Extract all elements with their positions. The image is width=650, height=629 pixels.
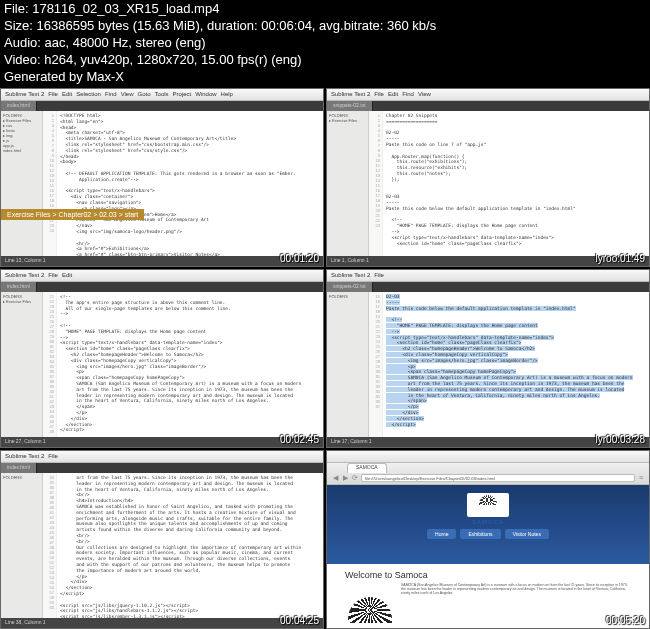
sidebar-item[interactable]: ▸ Exercise Files [329, 118, 366, 123]
sidebar-item[interactable]: index.html [3, 148, 40, 153]
sidebar-item[interactable]: ▸ Exercise Files [3, 299, 40, 304]
thumb-6-browser: SAMOCA ◀ ▶ ⟳ file:///Users/xangelico/Des… [326, 450, 650, 629]
thumb-1: Sublime Text 2 File Edit Selection Find … [0, 88, 324, 267]
menubar[interactable]: Sublime Text 2 File Edit Find View [327, 89, 649, 101]
file-sidebar[interactable]: FOLDERS [1, 473, 43, 618]
code-editor[interactable]: <!-- The app's entire page structure is … [57, 292, 323, 437]
hero-image-icon [345, 583, 395, 623]
menubar[interactable]: Sublime Text 2 File [327, 270, 649, 282]
tab-bar: snippets-02.txt [327, 101, 649, 111]
menu-edit[interactable]: Edit [62, 272, 72, 279]
menubar[interactable]: Sublime Text 2 File [1, 451, 323, 463]
editor-tab[interactable]: index.html [1, 463, 37, 473]
menubar[interactable]: Sublime Text 2 File Edit Selection Find … [1, 89, 323, 101]
file-line: File: 178116_02_03_XR15_load.mp4 [4, 0, 436, 17]
timecode: 00:05:20 [606, 615, 645, 626]
sidebar-heading: FOLDERS [329, 294, 366, 299]
menu-tools[interactable]: Tools [155, 91, 169, 98]
code-editor[interactable]: art from the last 75 years. Since its in… [57, 473, 323, 618]
app-name: Sublime Text 2 [5, 453, 44, 460]
menu-file[interactable]: File [48, 91, 58, 98]
welcome-heading: Welcome to Samoca [345, 570, 631, 580]
url-field[interactable]: file:///Users/xangelico/Desktop/Exercise… [361, 474, 635, 482]
back-icon[interactable]: ◀ [331, 474, 339, 482]
menu-edit[interactable]: Edit [388, 91, 398, 98]
forward-icon[interactable]: ▶ [341, 474, 349, 482]
menu-file[interactable]: File [48, 453, 58, 460]
file-sidebar[interactable]: FOLDERS ▸ Exercise Files [1, 292, 43, 437]
menu-window[interactable]: Window [195, 91, 216, 98]
samoca-logo-text: SAMOCA [327, 519, 649, 525]
media-info-overlay: File: 178116_02_03_XR15_load.mp4 Size: 1… [4, 0, 436, 85]
menu-find[interactable]: Find [105, 91, 117, 98]
timecode: lyroo:01:49 [596, 253, 645, 264]
code-editor[interactable]: <!DOCTYPE html> <html lang="en"> <head> … [57, 111, 323, 256]
browser-chrome: SAMOCA ◀ ▶ ⟳ file:///Users/xangelico/Des… [327, 463, 649, 485]
thumb-5: Sublime Text 2 File index.html FOLDERS 3… [0, 450, 324, 629]
editor-tab[interactable]: snippets-02.txt [327, 282, 373, 292]
tab-bar: index.html [1, 282, 323, 292]
menubar[interactable]: Sublime Text 2 File Edit [1, 270, 323, 282]
menubar[interactable] [327, 451, 649, 463]
tab-bar: snippets-02.txt [327, 282, 649, 292]
app-name: Sublime Text 2 [331, 91, 370, 98]
line-gutter: 1516171819202122232425262728293031323334… [369, 292, 383, 437]
breadcrumb-overlay: Exercise Files > Chapter02 > 02.03 > sta… [1, 209, 144, 220]
menu-goto[interactable]: Goto [138, 91, 151, 98]
file-sidebar[interactable]: FOLDERS [327, 292, 369, 437]
menu-edit[interactable]: Edit [62, 91, 72, 98]
menu-selection[interactable]: Selection [76, 91, 101, 98]
size-line: Size: 16386595 bytes (15.63 MiB), durati… [4, 17, 436, 34]
sidebar-heading: FOLDERS [3, 475, 40, 480]
file-sidebar[interactable]: FOLDERS ▸ Exercise Files [327, 111, 369, 256]
nav-exhibitions[interactable]: Exhibitions [460, 529, 500, 539]
app-name: Sublime Text 2 [331, 272, 370, 279]
reload-icon[interactable]: ⟳ [351, 474, 359, 482]
thumb-3: Sublime Text 2 File Edit index.html FOLD… [0, 269, 324, 448]
menu-help[interactable]: Help [221, 91, 233, 98]
line-gutter: 2122232425262728293031323334353637383940… [43, 292, 57, 437]
samoca-nav: Home Exhibitions Visitor Notes [327, 529, 649, 539]
timecode: 00:04:25 [280, 615, 319, 626]
editor-tab[interactable]: snippets-02.txt [327, 101, 373, 111]
browser-tabs: SAMOCA [327, 463, 649, 473]
editor-body: FOLDERS ▸ Exercise Files 212223242526272… [1, 292, 323, 437]
menu-icon[interactable]: ≡ [637, 474, 645, 482]
samoca-content: Welcome to Samoca SAMOCA (San Angelico M… [339, 564, 637, 628]
editor-tab[interactable]: index.html [1, 101, 37, 111]
editor-body: FOLDERS ▸ Exercise Files ▸ css ▸ fonts ▸… [1, 111, 323, 256]
browser-tab[interactable]: SAMOCA [347, 463, 387, 473]
status-bar: Line 13, Column 1 [1, 256, 323, 266]
editor-body: FOLDERS ▸ Exercise Files 123456789101112… [327, 111, 649, 256]
selected-code: 02-03 ----- Paste this code below the de… [386, 294, 633, 427]
code-editor[interactable]: Chapter 02 Snippets =================== … [383, 111, 649, 256]
menu-find[interactable]: Find [402, 91, 414, 98]
menu-file[interactable]: File [374, 272, 384, 279]
timecode: lyr00:03:28 [596, 434, 645, 445]
nav-notes[interactable]: Visitor Notes [505, 529, 549, 539]
app-name: Sublime Text 2 [5, 91, 44, 98]
editor-tab[interactable]: index.html [1, 282, 37, 292]
file-sidebar[interactable]: FOLDERS ▸ Exercise Files ▸ css ▸ fonts ▸… [1, 111, 43, 256]
line-gutter: 3435363738394041424344454647484950515253… [43, 473, 57, 618]
code-editor[interactable]: 02-03 ----- Paste this code below the de… [383, 292, 649, 437]
tab-bar: index.html [1, 101, 323, 111]
line-gutter: 1234567891011121314151617181920212223 [369, 111, 383, 256]
app-name: Sublime Text 2 [5, 272, 44, 279]
menu-project[interactable]: Project [173, 91, 192, 98]
generated-line: Generated by Max-X [4, 68, 436, 85]
samoca-page: SAMOCA Home Exhibitions Visitor Notes We… [327, 485, 649, 628]
menu-file[interactable]: File [374, 91, 384, 98]
thumbnail-grid: Sublime Text 2 File Edit Selection Find … [0, 88, 650, 629]
body-text: SAMOCA (San Angelico Museum of Contempor… [401, 583, 631, 623]
menu-file[interactable]: File [48, 272, 58, 279]
audio-line: Audio: aac, 48000 Hz, stereo (eng) [4, 34, 436, 51]
nav-home[interactable]: Home [427, 529, 456, 539]
line-gutter: 123456789101112131415161718192021222324 [43, 111, 57, 256]
samoca-logo-icon [467, 493, 509, 517]
logo-area: SAMOCA Home Exhibitions Visitor Notes [327, 485, 649, 539]
video-line: Video: h264, yuv420p, 1280x720, 15.00 fp… [4, 51, 436, 68]
menu-view[interactable]: View [418, 91, 431, 98]
menu-view[interactable]: View [121, 91, 134, 98]
editor-body: FOLDERS 15161718192021222324252627282930… [327, 292, 649, 437]
